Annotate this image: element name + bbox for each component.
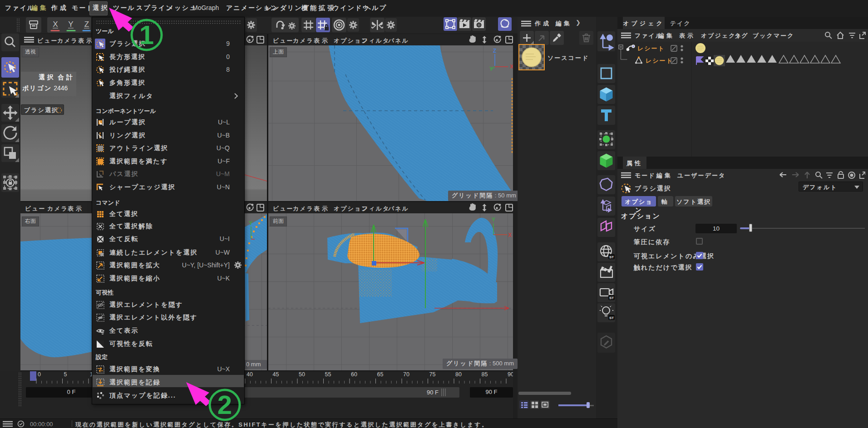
svg-text:75: 75 <box>429 371 436 378</box>
svg-text:90: 90 <box>508 371 513 378</box>
svg-text:X: X <box>53 20 58 29</box>
svg-text:70: 70 <box>403 371 409 378</box>
svg-text:Y: Y <box>249 220 252 226</box>
svg-text:ST: ST <box>609 316 614 320</box>
svg-text:85: 85 <box>482 371 488 378</box>
svg-text:Z: Z <box>84 20 89 29</box>
svg-text:55: 55 <box>325 371 331 378</box>
svg-text:ST: ST <box>609 296 614 300</box>
svg-text:X: X <box>510 64 513 70</box>
svg-text:60: 60 <box>351 371 357 378</box>
svg-text:80: 80 <box>455 371 462 378</box>
svg-text:0: 0 <box>38 371 41 378</box>
svg-text:X: X <box>508 232 512 238</box>
svg-text:65: 65 <box>377 371 384 378</box>
svg-text:40: 40 <box>247 371 253 378</box>
svg-text:45: 45 <box>273 371 279 378</box>
svg-text:5: 5 <box>64 371 67 378</box>
svg-text:Y: Y <box>492 216 495 223</box>
svg-text:50: 50 <box>299 371 305 378</box>
svg-text:ST: ST <box>609 255 614 259</box>
svg-text:Y: Y <box>68 20 73 29</box>
svg-text:Z: Z <box>493 48 496 54</box>
